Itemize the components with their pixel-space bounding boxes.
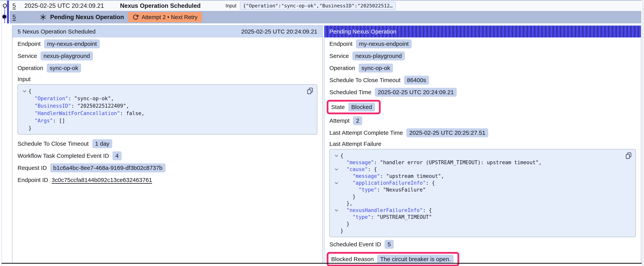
event-input-preview-chip: {"Operation":"sync-op-ok","BusinessID":"… — [240, 2, 396, 10]
event-id-link[interactable]: 5 — [12, 2, 16, 9]
scheduled-fields-top: Endpointmy-nexus-endpointServicenexus-pl… — [18, 39, 317, 73]
code-line: "HandlerWaitForCancellation": false, — [20, 110, 305, 117]
field-label: Scheduled Event ID — [330, 241, 381, 248]
code-line: "cause": { — [332, 166, 624, 173]
collapse-chevron-icon[interactable] — [335, 153, 338, 157]
code-line: }, — [332, 200, 624, 207]
collapse-chevron-icon[interactable] — [335, 208, 338, 211]
copy-icon[interactable] — [625, 152, 632, 159]
field-value-badge: 2025-02-25 UTC 20:24:09.21 — [375, 88, 457, 97]
blocked-reason-highlight-box: Blocked Reason The circuit breaker is op… — [327, 252, 459, 266]
copy-icon[interactable] — [307, 87, 314, 95]
scheduled-event-panel: 5 Nexus Operation Scheduled 2025-02-25 U… — [12, 25, 323, 263]
field-label: Blocked Reason — [331, 256, 374, 262]
code-line: "type": "NexusFailure" — [332, 186, 624, 193]
field-row-endpoint: Endpointmy-nexus-endpoint — [330, 39, 636, 48]
scrollbar-track[interactable] — [642, 0, 644, 266]
collapse-chevron-icon[interactable] — [335, 167, 338, 170]
pending-operation-row[interactable]: 5 Pending Nexus Operation Attempt 2 • Ne… — [10, 11, 641, 24]
code-line: "BusinessID": "20250225122409", — [20, 102, 305, 110]
field-label: Endpoint — [330, 41, 352, 47]
field-label: Schedule To Close Timeout — [18, 140, 89, 147]
retry-status-badge: Attempt 2 • Next Retry — [128, 12, 202, 22]
field-row-attempt: Attempt2 — [330, 116, 636, 125]
field-label: Service — [330, 53, 349, 59]
pending-fields-top: Endpointmy-nexus-endpointServicenexus-pl… — [330, 39, 636, 97]
field-value-badge: nexus-playground — [352, 52, 405, 61]
field-label: Service — [18, 53, 37, 59]
scheduled-panel-title: 5 Nexus Operation Scheduled — [18, 28, 96, 35]
retry-badge-text: Attempt 2 • Next Retry — [142, 14, 198, 21]
code-line: } — [20, 124, 305, 132]
field-value-badge: 86400s — [404, 76, 429, 85]
field-value-badge: sync-op-ok — [359, 64, 393, 73]
field-value-badge: 1 day — [92, 139, 112, 148]
collapse-chevron-icon[interactable] — [335, 181, 338, 184]
input-json-block: { "Operation": "sync-op-ok", "BusinessID… — [18, 84, 317, 135]
code-line: } — [332, 193, 624, 200]
pending-id-link[interactable]: 5 — [12, 14, 16, 21]
field-value-badge: 5 — [384, 240, 394, 249]
code-line: { — [332, 152, 624, 159]
timeline-open-circle-icon — [2, 3, 8, 9]
field-label: Workflow Task Completed Event ID — [18, 152, 109, 159]
field-row-operation: Operationsync-op-ok — [18, 64, 317, 73]
failure-json-block: { "message": "handler error (UPSTREAM_TI… — [330, 149, 636, 237]
pending-panel-title: Pending Nexus Operation — [330, 28, 396, 35]
event-history-detail-view: 5 2025-02-25 UTC 20:24:09.21 Nexus Opera… — [0, 0, 644, 266]
pending-title: Pending Nexus Operation — [50, 14, 124, 21]
field-label: Attempt — [330, 117, 350, 124]
field-label: Schedule To Close Timeout — [330, 77, 400, 84]
code-line: "message": "upstream timeout", — [332, 173, 624, 179]
scheduled-panel-header: 5 Nexus Operation Scheduled 2025-02-25 U… — [12, 26, 322, 38]
field-row-service: Servicenexus-playground — [18, 52, 317, 61]
collapse-chevron-icon[interactable] — [23, 89, 26, 92]
field-label: Endpoint — [18, 41, 40, 47]
code-line: "nexusHandlerFailureInfo": { — [332, 207, 624, 213]
field-label: Scheduled Time — [330, 89, 371, 96]
code-line: { — [20, 87, 305, 95]
event-summary-row[interactable]: 5 2025-02-25 UTC 20:24:09.21 Nexus Opera… — [10, 1, 641, 11]
field-value-badge: my-nexus-endpoint — [356, 39, 412, 48]
input-section-label: Input — [18, 76, 317, 83]
failure-section-label: Last Attempt Failure — [330, 140, 636, 147]
bottom-divider-line — [2, 263, 642, 264]
field-row-endpoint-id: Endpoint ID 3c0c75ccfa8144b092c13ce63246… — [18, 175, 317, 184]
blocked-reason-badge: The circuit breaker is open. — [377, 255, 454, 264]
pending-asterisk-icon — [40, 14, 46, 21]
field-row-blocked-reason: Blocked Reason The circuit breaker is op… — [331, 255, 454, 264]
event-timestamp: 2025-02-25 UTC 20:24:09.21 — [24, 2, 104, 9]
code-line: "applicationFailureInfo": { — [332, 179, 624, 186]
field-label: Operation — [330, 65, 355, 71]
field-row-state: State Blocked — [331, 103, 375, 112]
field-row-workflow-task-completed-event-id: Workflow Task Completed Event ID4 — [18, 151, 317, 160]
timeline-filled-dot-icon — [2, 15, 6, 19]
event-input-label: Input — [226, 3, 236, 9]
field-row-endpoint: Endpointmy-nexus-endpoint — [18, 39, 317, 48]
left-edge-line — [2, 0, 2, 266]
event-title: Nexus Operation Scheduled — [120, 2, 200, 9]
field-label: Last Attempt Complete Time — [330, 129, 403, 136]
field-row-schedule-to-close-timeout: Schedule To Close Timeout1 day — [18, 139, 317, 148]
scheduled-fields-bottom: Schedule To Close Timeout1 dayWorkflow T… — [18, 139, 317, 172]
field-value-badge: 2 — [353, 116, 362, 125]
endpoint-id-link[interactable]: 3c0c75ccfa8144b092c13ce632463761 — [52, 177, 152, 183]
field-row-operation: Operationsync-op-ok — [330, 64, 636, 73]
field-row-scheduled-time: Scheduled Time2025-02-25 UTC 20:24:09.21 — [330, 88, 636, 97]
code-line: "type": "UPSTREAM_TIMEOUT" — [332, 213, 624, 220]
field-row-last-attempt-complete-time: Last Attempt Complete Time2025-02-25 UTC… — [330, 128, 636, 137]
code-line: } — [332, 220, 624, 227]
field-row-schedule-to-close-timeout: Schedule To Close Timeout86400s — [330, 76, 636, 85]
code-line: "Operation": "sync-op-ok", — [20, 95, 305, 102]
field-label: State — [331, 104, 345, 110]
field-value-badge: my-nexus-endpoint — [44, 39, 100, 48]
field-value-badge: nexus-playground — [40, 52, 93, 61]
code-line: "Args": [] — [20, 117, 305, 124]
pending-panel-header: Pending Nexus Operation — [324, 26, 641, 38]
field-row-request-id: Request IDb1c6a4bc-8ee7-468a-9169-df3b02… — [18, 163, 317, 172]
field-value-badge: 4 — [112, 151, 122, 160]
field-row-service: Servicenexus-playground — [330, 52, 636, 61]
state-highlight-box: State Blocked — [327, 100, 381, 114]
code-line: } — [332, 227, 624, 234]
pending-operation-panel: Pending Nexus Operation Endpointmy-nexus… — [324, 25, 641, 263]
